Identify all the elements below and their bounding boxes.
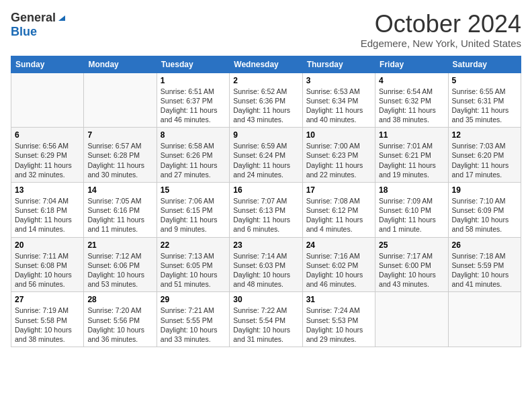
day-number: 19 xyxy=(452,185,517,195)
logo-general-text: General xyxy=(11,11,56,25)
day-info: Sunrise: 6:56 AMSunset: 6:29 PMDaylight:… xyxy=(15,142,72,179)
calendar-week-row: 20 Sunrise: 7:11 AMSunset: 6:08 PMDaylig… xyxy=(11,237,521,292)
calendar-cell: 20 Sunrise: 7:11 AMSunset: 6:08 PMDaylig… xyxy=(11,237,84,292)
day-number: 13 xyxy=(15,185,80,195)
day-number: 16 xyxy=(233,185,298,195)
day-number: 25 xyxy=(379,240,444,250)
day-info: Sunrise: 7:03 AMSunset: 6:20 PMDaylight:… xyxy=(452,142,509,179)
calendar-week-row: 13 Sunrise: 7:04 AMSunset: 6:18 PMDaylig… xyxy=(11,182,521,237)
calendar-cell: 17 Sunrise: 7:08 AMSunset: 6:12 PMDaylig… xyxy=(302,182,375,237)
day-number: 8 xyxy=(161,130,226,140)
day-number: 9 xyxy=(233,130,298,140)
calendar-cell: 22 Sunrise: 7:13 AMSunset: 6:05 PMDaylig… xyxy=(157,237,229,292)
day-info: Sunrise: 7:12 AMSunset: 6:06 PMDaylight:… xyxy=(87,252,144,289)
day-info: Sunrise: 6:57 AMSunset: 6:28 PMDaylight:… xyxy=(87,142,144,179)
calendar-header-row: Sunday Monday Tuesday Wednesday Thursday… xyxy=(11,56,521,73)
day-number: 29 xyxy=(161,295,226,304)
day-number: 26 xyxy=(452,240,517,250)
col-monday: Monday xyxy=(84,56,157,73)
calendar-cell xyxy=(84,73,157,128)
day-info: Sunrise: 7:08 AMSunset: 6:12 PMDaylight:… xyxy=(306,197,363,234)
day-info: Sunrise: 7:21 AMSunset: 5:55 PMDaylight:… xyxy=(161,306,218,343)
calendar-cell: 19 Sunrise: 7:10 AMSunset: 6:09 PMDaylig… xyxy=(448,182,521,237)
day-number: 11 xyxy=(379,130,444,140)
calendar-week-row: 6 Sunrise: 6:56 AMSunset: 6:29 PMDayligh… xyxy=(11,128,521,183)
svg-marker-0 xyxy=(58,15,65,21)
day-number: 20 xyxy=(15,240,80,250)
day-number: 5 xyxy=(452,76,517,85)
day-number: 14 xyxy=(87,185,152,195)
calendar-cell: 10 Sunrise: 7:00 AMSunset: 6:23 PMDaylig… xyxy=(302,128,375,183)
col-saturday: Saturday xyxy=(448,56,521,73)
calendar-cell xyxy=(375,292,448,347)
day-info: Sunrise: 7:09 AMSunset: 6:10 PMDaylight:… xyxy=(379,197,436,234)
calendar-cell: 14 Sunrise: 7:05 AMSunset: 6:16 PMDaylig… xyxy=(84,182,157,237)
page-header: General Blue October 2024 Edgemere, New … xyxy=(11,11,521,49)
day-info: Sunrise: 7:16 AMSunset: 6:02 PMDaylight:… xyxy=(306,252,363,289)
day-info: Sunrise: 7:14 AMSunset: 6:03 PMDaylight:… xyxy=(233,252,290,289)
calendar-cell: 28 Sunrise: 7:20 AMSunset: 5:56 PMDaylig… xyxy=(84,292,157,347)
calendar-cell: 8 Sunrise: 6:58 AMSunset: 6:26 PMDayligh… xyxy=(157,128,229,183)
day-number: 4 xyxy=(379,76,444,85)
location: Edgemere, New York, United States xyxy=(361,38,521,49)
calendar-table: Sunday Monday Tuesday Wednesday Thursday… xyxy=(11,56,521,347)
calendar-cell: 27 Sunrise: 7:19 AMSunset: 5:58 PMDaylig… xyxy=(11,292,84,347)
day-info: Sunrise: 6:59 AMSunset: 6:24 PMDaylight:… xyxy=(233,142,290,179)
day-number: 31 xyxy=(306,295,371,304)
day-number: 3 xyxy=(306,76,371,85)
calendar-cell: 16 Sunrise: 7:07 AMSunset: 6:13 PMDaylig… xyxy=(230,182,302,237)
day-number: 1 xyxy=(161,76,226,85)
calendar-cell: 4 Sunrise: 6:54 AMSunset: 6:32 PMDayligh… xyxy=(375,73,448,128)
day-number: 21 xyxy=(87,240,152,250)
day-number: 12 xyxy=(452,130,517,140)
day-info: Sunrise: 7:18 AMSunset: 5:59 PMDaylight:… xyxy=(452,252,509,289)
day-number: 24 xyxy=(306,240,371,250)
day-number: 22 xyxy=(161,240,226,250)
day-info: Sunrise: 7:05 AMSunset: 6:16 PMDaylight:… xyxy=(87,197,144,234)
day-info: Sunrise: 6:53 AMSunset: 6:34 PMDaylight:… xyxy=(306,87,363,124)
calendar-cell: 7 Sunrise: 6:57 AMSunset: 6:28 PMDayligh… xyxy=(84,128,157,183)
day-info: Sunrise: 7:07 AMSunset: 6:13 PMDaylight:… xyxy=(233,197,290,234)
col-sunday: Sunday xyxy=(11,56,84,73)
day-number: 18 xyxy=(379,185,444,195)
day-info: Sunrise: 7:19 AMSunset: 5:58 PMDaylight:… xyxy=(15,306,72,343)
day-number: 2 xyxy=(233,76,298,85)
calendar-cell: 25 Sunrise: 7:17 AMSunset: 6:00 PMDaylig… xyxy=(375,237,448,292)
day-info: Sunrise: 7:11 AMSunset: 6:08 PMDaylight:… xyxy=(15,252,72,289)
day-number: 27 xyxy=(15,295,80,304)
day-info: Sunrise: 7:06 AMSunset: 6:15 PMDaylight:… xyxy=(161,197,218,234)
day-number: 7 xyxy=(87,130,152,140)
calendar-cell: 26 Sunrise: 7:18 AMSunset: 5:59 PMDaylig… xyxy=(448,237,521,292)
calendar-cell: 30 Sunrise: 7:22 AMSunset: 5:54 PMDaylig… xyxy=(230,292,302,347)
day-info: Sunrise: 7:13 AMSunset: 6:05 PMDaylight:… xyxy=(161,252,218,289)
calendar-cell xyxy=(11,73,84,128)
day-info: Sunrise: 7:22 AMSunset: 5:54 PMDaylight:… xyxy=(233,306,290,343)
calendar-cell: 13 Sunrise: 7:04 AMSunset: 6:18 PMDaylig… xyxy=(11,182,84,237)
title-block: October 2024 Edgemere, New York, United … xyxy=(361,11,521,49)
calendar-cell: 5 Sunrise: 6:55 AMSunset: 6:31 PMDayligh… xyxy=(448,73,521,128)
calendar-cell xyxy=(448,292,521,347)
day-info: Sunrise: 7:24 AMSunset: 5:53 PMDaylight:… xyxy=(306,306,363,343)
calendar-cell: 6 Sunrise: 6:56 AMSunset: 6:29 PMDayligh… xyxy=(11,128,84,183)
calendar-cell: 9 Sunrise: 6:59 AMSunset: 6:24 PMDayligh… xyxy=(230,128,302,183)
day-info: Sunrise: 6:58 AMSunset: 6:26 PMDaylight:… xyxy=(161,142,218,179)
calendar-week-row: 1 Sunrise: 6:51 AMSunset: 6:37 PMDayligh… xyxy=(11,73,521,128)
calendar-cell: 11 Sunrise: 7:01 AMSunset: 6:21 PMDaylig… xyxy=(375,128,448,183)
day-info: Sunrise: 7:20 AMSunset: 5:56 PMDaylight:… xyxy=(87,306,144,343)
day-info: Sunrise: 6:54 AMSunset: 6:32 PMDaylight:… xyxy=(379,87,436,124)
calendar-cell: 29 Sunrise: 7:21 AMSunset: 5:55 PMDaylig… xyxy=(157,292,229,347)
month-title: October 2024 xyxy=(361,11,521,38)
calendar-cell: 18 Sunrise: 7:09 AMSunset: 6:10 PMDaylig… xyxy=(375,182,448,237)
day-info: Sunrise: 7:00 AMSunset: 6:23 PMDaylight:… xyxy=(306,142,363,179)
col-tuesday: Tuesday xyxy=(157,56,229,73)
logo-blue-text: Blue xyxy=(11,25,37,38)
day-number: 17 xyxy=(306,185,371,195)
calendar-cell: 24 Sunrise: 7:16 AMSunset: 6:02 PMDaylig… xyxy=(302,237,375,292)
day-number: 6 xyxy=(15,130,80,140)
day-info: Sunrise: 6:55 AMSunset: 6:31 PMDaylight:… xyxy=(452,87,509,124)
col-wednesday: Wednesday xyxy=(230,56,302,73)
logo-arrow-icon xyxy=(57,13,66,25)
day-number: 23 xyxy=(233,240,298,250)
day-info: Sunrise: 7:17 AMSunset: 6:00 PMDaylight:… xyxy=(379,252,436,289)
calendar-cell: 23 Sunrise: 7:14 AMSunset: 6:03 PMDaylig… xyxy=(230,237,302,292)
